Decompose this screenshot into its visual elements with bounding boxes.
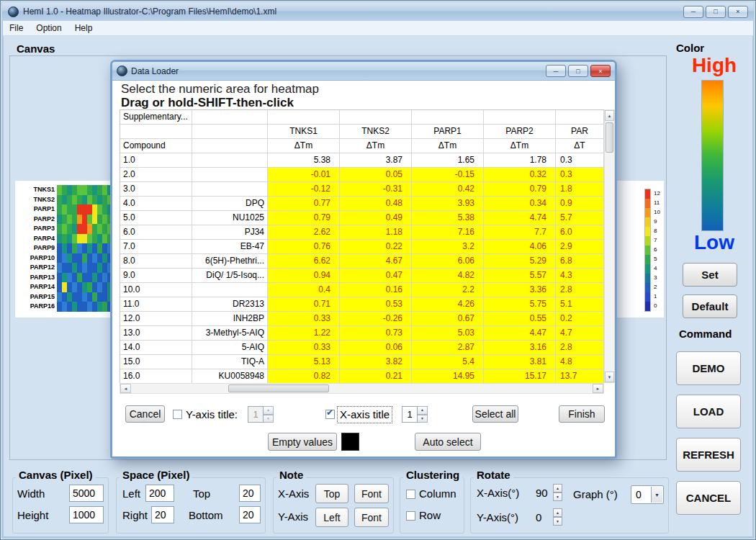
row-index-cell[interactable]: 5.0	[120, 211, 192, 225]
spinner-down-icon[interactable]: ▼	[418, 415, 428, 423]
selected-value-cell[interactable]: 0.48	[340, 197, 412, 211]
row-index-cell[interactable]: 15.0	[120, 355, 192, 369]
row-index-cell[interactable]: 3.0	[120, 182, 192, 197]
selected-value-cell[interactable]: 4.7	[556, 326, 604, 341]
selected-value-cell[interactable]: 0.55	[484, 312, 556, 326]
compound-name-cell[interactable]	[192, 182, 268, 197]
table-cell[interactable]	[192, 139, 268, 153]
compound-header[interactable]: Compound	[120, 139, 192, 153]
selected-value-cell[interactable]: 0.33	[268, 312, 340, 326]
selected-value-cell[interactable]: 0.77	[268, 197, 340, 211]
scroll-down-button[interactable]: ▼	[605, 372, 614, 382]
spinner-down-icon[interactable]: ▼	[553, 492, 562, 501]
compound-name-cell[interactable]	[192, 283, 268, 297]
selected-value-cell[interactable]: 13.7	[556, 369, 604, 384]
spinner-down-icon[interactable]: ▼	[553, 517, 562, 526]
selected-value-cell[interactable]: 5.1	[556, 297, 604, 312]
selected-value-cell[interactable]: 0.73	[340, 326, 412, 341]
spinner-down-icon[interactable]: ▼	[264, 415, 274, 423]
table-cell[interactable]	[192, 110, 268, 125]
selected-value-cell[interactable]: 0.34	[484, 197, 556, 211]
selected-value-cell[interactable]: 2.2	[412, 283, 484, 297]
set-button[interactable]: Set	[683, 263, 737, 287]
selected-value-cell[interactable]: 0.4	[268, 283, 340, 297]
row-index-cell[interactable]: 14.0	[120, 341, 192, 355]
selected-value-cell[interactable]: 2.62	[268, 225, 340, 240]
compound-name-cell[interactable]	[192, 153, 268, 168]
column-header[interactable]: PARP2	[484, 125, 556, 139]
table-cell[interactable]	[268, 110, 340, 125]
selected-value-cell[interactable]: 15.17	[484, 369, 556, 384]
selected-value-cell[interactable]: 0.33	[268, 341, 340, 355]
spinner-up-icon[interactable]: ▲	[553, 508, 562, 517]
unit-cell[interactable]: ΔTm	[268, 139, 340, 153]
selected-value-cell[interactable]: 6.06	[412, 254, 484, 269]
close-button[interactable]: ×	[728, 6, 748, 18]
selected-value-cell[interactable]: 3.82	[340, 355, 412, 369]
width-input[interactable]: 5000	[69, 485, 104, 502]
x-axis-title-spinner[interactable]: 1 ▲ ▼	[402, 406, 428, 423]
horizontal-scrollbar[interactable]: ◄ ►	[120, 383, 604, 394]
value-cell[interactable]: 3.87	[340, 153, 412, 168]
clustering-row-checkbox[interactable]	[406, 511, 415, 521]
row-index-cell[interactable]: 12.0	[120, 312, 192, 326]
row-index-cell[interactable]: 9.0	[120, 269, 192, 283]
space-right-input[interactable]: 20	[151, 506, 174, 523]
compound-name-cell[interactable]: INH2BP	[192, 312, 268, 326]
selected-value-cell[interactable]: 3.93	[412, 197, 484, 211]
selected-value-cell[interactable]: 4.8	[556, 355, 604, 369]
selected-value-cell[interactable]: -0.31	[340, 182, 412, 197]
selected-value-cell[interactable]: 6.62	[268, 254, 340, 269]
selected-value-cell[interactable]: 0.16	[340, 283, 412, 297]
value-cell[interactable]: 5.38	[268, 153, 340, 168]
selected-value-cell[interactable]: 0.79	[268, 211, 340, 225]
y-axis-font-button[interactable]: Font	[354, 508, 389, 527]
row-index-cell[interactable]: 7.0	[120, 240, 192, 254]
vertical-scrollbar[interactable]: ▲ ▼	[604, 109, 615, 383]
column-header[interactable]: PAR	[556, 125, 604, 139]
compound-name-cell[interactable]: KU0058948	[192, 369, 268, 384]
selected-value-cell[interactable]: 0.21	[340, 369, 412, 384]
selected-value-cell[interactable]: 0.2	[556, 312, 604, 326]
selected-value-cell[interactable]: 2.8	[556, 283, 604, 297]
titlebar[interactable]: HemI 1.0 - Heatmap Illustrator-C:\Progra…	[2, 2, 754, 21]
selected-value-cell[interactable]: 0.05	[340, 168, 412, 182]
cancel-command-button[interactable]: CANCEL	[676, 481, 741, 515]
selected-value-cell[interactable]: 2.87	[412, 341, 484, 355]
row-index-cell[interactable]: 1.0	[120, 153, 192, 168]
compound-name-cell[interactable]: 6(5H)-Phethri...	[192, 254, 268, 269]
compound-name-cell[interactable]: DR2313	[192, 297, 268, 312]
table-cell[interactable]	[192, 125, 268, 139]
selected-value-cell[interactable]: 5.03	[412, 326, 484, 341]
space-bottom-input[interactable]: 20	[239, 506, 261, 523]
auto-select-button[interactable]: Auto select	[415, 433, 481, 451]
row-index-cell[interactable]: 16.0	[120, 369, 192, 384]
space-left-input[interactable]: 200	[145, 485, 174, 502]
x-axis-font-button[interactable]: Font	[354, 484, 389, 503]
selected-value-cell[interactable]: -0.12	[268, 182, 340, 197]
dropdown-arrow-icon[interactable]: ▼	[651, 487, 662, 503]
table-cell[interactable]	[484, 110, 556, 125]
compound-name-cell[interactable]: EB-47	[192, 240, 268, 254]
spinner-up-icon[interactable]: ▲	[553, 484, 562, 492]
row-index-cell[interactable]: 13.0	[120, 326, 192, 341]
row-index-cell[interactable]: 11.0	[120, 297, 192, 312]
empty-values-color-swatch[interactable]	[341, 433, 359, 451]
unit-cell[interactable]: ΔT	[556, 139, 604, 153]
selected-value-cell[interactable]: 2.9	[556, 240, 604, 254]
cancel-button[interactable]: Cancel	[125, 405, 165, 423]
selected-value-cell[interactable]: 1.8	[556, 182, 604, 197]
selected-value-cell[interactable]: -0.15	[412, 168, 484, 182]
spinner-up-icon[interactable]: ▲	[264, 406, 274, 415]
selected-value-cell[interactable]: 5.75	[484, 297, 556, 312]
selected-value-cell[interactable]: 0.22	[340, 240, 412, 254]
row-index-cell[interactable]: 4.0	[120, 197, 192, 211]
selected-value-cell[interactable]: 6.0	[556, 225, 604, 240]
y-axis-title-checkbox[interactable]	[173, 410, 182, 419]
corner-cell[interactable]: Supplementary...	[120, 110, 192, 125]
selected-value-cell[interactable]: 5.57	[484, 269, 556, 283]
rotate-y-spinner[interactable]: ▲ ▼	[553, 508, 562, 526]
selected-value-cell[interactable]: 0.79	[484, 182, 556, 197]
selected-value-cell[interactable]: 4.74	[484, 211, 556, 225]
selected-value-cell[interactable]: 5.4	[412, 355, 484, 369]
